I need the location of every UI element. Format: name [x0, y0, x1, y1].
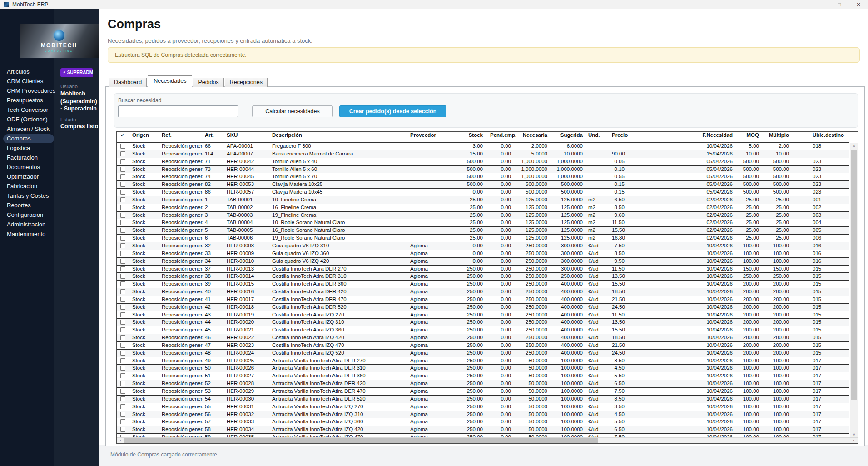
table-row[interactable]: StockReposición general57HER-00033Antrac…	[117, 418, 849, 426]
row-checkbox[interactable]	[120, 373, 125, 378]
minimize-button[interactable]: —	[811, 0, 830, 9]
table-row[interactable]: StockReposición general32HER-00008Guia q…	[117, 242, 849, 250]
tab-recepciones[interactable]: Recepciones	[225, 78, 268, 87]
column-header[interactable]: ✓	[117, 132, 130, 142]
table-row[interactable]: StockReposición general3TAB-0000319_Fine…	[117, 212, 849, 220]
sidebar-item-documentos[interactable]: Documentos	[3, 163, 54, 172]
row-checkbox[interactable]	[120, 419, 125, 424]
tab-necesidades[interactable]: Necesidades	[148, 75, 192, 87]
column-header[interactable]: SKU	[225, 132, 270, 142]
row-checkbox[interactable]	[120, 220, 125, 225]
table-row[interactable]: StockReposición general45HER-00021Costil…	[117, 326, 849, 334]
row-checkbox[interactable]	[120, 151, 125, 156]
row-checkbox[interactable]	[120, 335, 125, 340]
row-checkbox[interactable]	[120, 312, 125, 317]
column-header[interactable]: Múltiplo	[763, 132, 791, 142]
table-row[interactable]: StockReposición general55HER-00031Antrac…	[117, 403, 849, 411]
column-header[interactable]: Pend.cmp.	[488, 132, 516, 142]
create-orders-button[interactable]: Crear pedido(s) desde selección	[339, 105, 446, 117]
column-header[interactable]: Ref.	[160, 132, 203, 142]
table-row[interactable]: StockReposición general43HER-00019Costil…	[117, 311, 849, 319]
row-checkbox[interactable]	[120, 358, 125, 363]
row-checkbox[interactable]	[120, 327, 125, 332]
sidebar-item-tech-conversor[interactable]: Tech Conversor	[3, 105, 54, 115]
table-row[interactable]: StockReposición general33HER-00009Guia q…	[117, 250, 849, 258]
column-header[interactable]: Stock	[460, 132, 488, 142]
column-header[interactable]: MOQ	[739, 132, 763, 142]
row-checkbox[interactable]	[120, 159, 125, 164]
table-row[interactable]: StockReposición general46HER-00022Costil…	[117, 334, 849, 342]
table-row[interactable]: StockReposición general6TAB-0000619_Robl…	[117, 235, 849, 242]
table-row[interactable]: StockReposición general66APA-00001Fregad…	[117, 143, 849, 150]
scroll-right-icon[interactable]: ›	[850, 438, 858, 443]
calc-needs-button[interactable]: Calcular necesidades	[252, 105, 333, 117]
table-row[interactable]: StockReposición general58HER-00034Antrac…	[117, 426, 849, 434]
row-checkbox[interactable]	[120, 297, 125, 302]
vertical-scroll-thumb[interactable]	[851, 150, 857, 400]
column-header[interactable]: Descripción	[270, 132, 402, 142]
row-checkbox[interactable]	[120, 236, 125, 241]
sidebar-item-fabricacion[interactable]: Fabricacion	[3, 182, 54, 191]
row-checkbox[interactable]	[120, 412, 125, 417]
table-row[interactable]: StockReposición general2TAB-0000216_Fine…	[117, 204, 849, 212]
row-checkbox[interactable]	[120, 213, 125, 218]
table-row[interactable]: StockReposición general86HER-00057Clavij…	[117, 189, 849, 196]
table-row[interactable]: StockReposición general34HER-00010Guia q…	[117, 258, 849, 266]
table-row[interactable]: StockReposición general41HER-00017Costil…	[117, 296, 849, 304]
table-row[interactable]: StockReposición general49HER-00025Antrac…	[117, 357, 849, 365]
column-header[interactable]: Necesaria	[516, 132, 551, 142]
row-checkbox[interactable]	[120, 274, 125, 279]
row-checkbox[interactable]	[120, 281, 125, 286]
scroll-up-icon[interactable]: ˄	[850, 144, 858, 149]
close-button[interactable]: ✕	[849, 0, 868, 9]
table-row[interactable]: StockReposición general48HER-00024Costil…	[117, 350, 849, 357]
table-row[interactable]: StockReposición general74HER-00045Tornil…	[117, 173, 849, 181]
table-row[interactable]: StockReposición general51HER-00027Antrac…	[117, 372, 849, 380]
column-header[interactable]: Sugerida	[551, 132, 586, 142]
sidebar-item-presupuestos[interactable]: Presupuestos	[3, 96, 54, 105]
sidebar-item-logistica[interactable]: Logistica	[3, 144, 54, 153]
vertical-scrollbar[interactable]: ˄ ˅	[850, 143, 858, 438]
table-row[interactable]: StockReposición general54HER-00030Antrac…	[117, 396, 849, 403]
row-checkbox[interactable]	[120, 320, 125, 325]
sidebar-item-mantenimiento[interactable]: Mantenimiento	[3, 230, 54, 239]
row-checkbox[interactable]	[120, 343, 125, 348]
table-row[interactable]: StockReposición general44HER-00020Costil…	[117, 319, 849, 326]
sidebar-item-odf-ordenes-[interactable]: ODF (Ordenes)	[3, 115, 54, 124]
table-row[interactable]: StockReposición general42HER-00018Costil…	[117, 304, 849, 311]
row-checkbox[interactable]	[120, 259, 125, 264]
row-checkbox[interactable]	[120, 174, 125, 179]
search-input[interactable]	[118, 105, 238, 117]
row-checkbox[interactable]	[120, 167, 125, 172]
table-row[interactable]: StockReposición general4TAB-0000410_Robl…	[117, 219, 849, 227]
table-row[interactable]: StockReposición general38HER-00014Costil…	[117, 273, 849, 281]
row-checkbox[interactable]	[120, 305, 125, 310]
row-checkbox[interactable]	[120, 243, 125, 248]
sidebar-item-configuracion[interactable]: Configuracion	[3, 210, 54, 220]
tab-pedidos[interactable]: Pedidos	[193, 78, 223, 87]
column-header[interactable]: F.Necesidad	[630, 132, 739, 142]
scroll-down-icon[interactable]: ˅	[850, 432, 858, 437]
row-checkbox[interactable]	[120, 366, 125, 371]
tab-dashboard[interactable]: Dashboard	[109, 78, 147, 87]
table-row[interactable]: StockReposición general73HER-00044Tornil…	[117, 166, 849, 174]
table-row[interactable]: StockReposición general50HER-00026Antrac…	[117, 365, 849, 372]
sidebar-item-tarifas-y-costes[interactable]: Tarifas y Costes	[3, 191, 54, 200]
row-checkbox[interactable]	[120, 205, 125, 210]
row-checkbox[interactable]	[120, 197, 125, 202]
column-header[interactable]: Und.	[586, 132, 610, 142]
row-checkbox[interactable]	[120, 144, 125, 149]
row-checkbox[interactable]	[120, 251, 125, 256]
table-row[interactable]: StockReposición general53HER-00029Antrac…	[117, 388, 849, 396]
table-row[interactable]: StockReposición general1TAB-0000110_Fine…	[117, 196, 849, 204]
table-row[interactable]: StockReposición general5TAB-0000516_Robl…	[117, 227, 849, 235]
sidebar-item-administracion[interactable]: Administracion	[3, 220, 54, 229]
table-row[interactable]: StockReposición general82HER-00053Clavij…	[117, 181, 849, 189]
row-checkbox[interactable]	[120, 396, 125, 401]
table-row[interactable]: StockReposición general40HER-00016Costil…	[117, 288, 849, 296]
horizontal-scrollbar[interactable]: ‹ ›	[117, 437, 858, 443]
column-header[interactable]: Art.	[203, 132, 225, 142]
table-row[interactable]: StockReposición general52HER-00028Antrac…	[117, 380, 849, 388]
row-checkbox[interactable]	[120, 351, 125, 356]
row-checkbox[interactable]	[120, 228, 125, 233]
